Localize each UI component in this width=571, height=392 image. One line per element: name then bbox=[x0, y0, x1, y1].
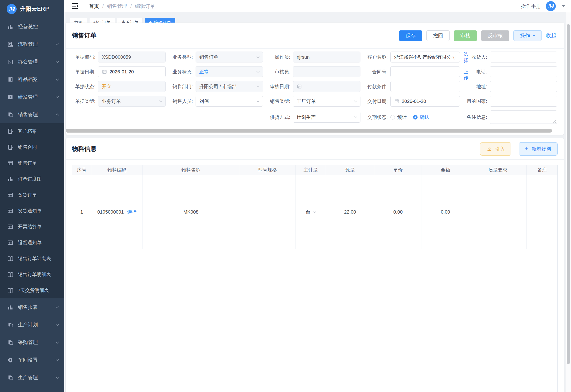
more-actions-label: 操作 bbox=[520, 32, 530, 39]
gear-icon bbox=[7, 357, 14, 363]
field-label: 电话: bbox=[463, 69, 490, 75]
address-field[interactable] bbox=[490, 81, 557, 92]
field-value: 开立 bbox=[102, 84, 111, 90]
save-button[interactable]: 保存 bbox=[399, 30, 422, 41]
sales-dept-select: 升阳公司 / 市场部 bbox=[195, 81, 263, 92]
sidebar-collapse-icon[interactable] bbox=[71, 3, 78, 9]
cell-spec bbox=[239, 175, 295, 249]
col-remark: 备注 bbox=[526, 165, 557, 175]
sidebar-item-processing-workshop[interactable]: 加工车间 bbox=[0, 386, 64, 392]
field-label: 单据类型: bbox=[71, 98, 98, 105]
chevron-down-icon bbox=[56, 95, 59, 98]
calendar-icon bbox=[297, 84, 302, 89]
withdraw-button[interactable]: 撤回 bbox=[426, 30, 450, 41]
sidebar-item-label: 7天交货明细表 bbox=[18, 287, 49, 294]
avatar[interactable]: M bbox=[546, 1, 556, 11]
sidebar-item-return-notice[interactable]: 退货通知单 bbox=[0, 235, 64, 251]
auditor-field bbox=[293, 66, 361, 77]
customer-field[interactable]: 浙江裕兴不动产经纪有限公司 bbox=[391, 52, 460, 62]
sidebar-item-sales-order[interactable]: 销售订单 bbox=[0, 155, 64, 171]
collapse-link[interactable]: 收起 bbox=[546, 32, 556, 39]
supply-mode-select[interactable]: 计划生产 bbox=[293, 112, 361, 123]
receiver-field[interactable] bbox=[490, 52, 557, 62]
doc-date-field[interactable]: 2026-01-20 bbox=[98, 66, 165, 77]
material-select-link[interactable]: 选择 bbox=[127, 209, 136, 215]
sidebar-item-workshop-settings[interactable]: 车间设置 bbox=[0, 351, 64, 369]
sidebar-item-office[interactable]: 办公管理 bbox=[0, 53, 64, 70]
open-book-icon bbox=[7, 271, 14, 278]
sidebar-item-stock-order[interactable]: 备货订单 bbox=[0, 187, 64, 203]
sidebar-item-sales-contract[interactable]: 销售合同 bbox=[0, 139, 64, 155]
sidebar-item-materials[interactable]: 料品档案 bbox=[0, 70, 64, 88]
plus-icon: + bbox=[525, 145, 528, 152]
sidebar-item-rnd[interactable]: 研发管理 bbox=[0, 88, 64, 106]
sales-type-select[interactable]: 工厂订单 bbox=[293, 96, 361, 107]
sidebar-item-label: 退货通知单 bbox=[18, 239, 42, 246]
payment-terms-field[interactable] bbox=[391, 81, 460, 92]
table-icon bbox=[7, 239, 14, 246]
breadcrumb-section[interactable]: 销售管理 bbox=[107, 3, 127, 10]
download-icon bbox=[486, 146, 492, 152]
delivery-date-field[interactable]: 2026-01-20 bbox=[391, 96, 460, 107]
open-book-icon bbox=[7, 287, 14, 294]
field-label: 单据日期: bbox=[71, 69, 98, 75]
pages-icon bbox=[7, 374, 14, 381]
horizontal-scrollbar-thumb[interactable] bbox=[66, 129, 552, 133]
audit-button[interactable]: 审核 bbox=[454, 30, 477, 41]
remark-textarea[interactable] bbox=[490, 111, 557, 124]
user-menu-caret-icon[interactable] bbox=[561, 5, 565, 7]
material-panel: 物料信息 引入 +新增物料 序号 物料编码 bbox=[66, 138, 564, 392]
chevron-down-icon bbox=[354, 115, 357, 118]
col-qty: 数量 bbox=[326, 165, 374, 175]
cell-unit[interactable]: 台 bbox=[296, 175, 326, 249]
cell-price: 0.00 bbox=[374, 175, 422, 249]
field-value: njrsun bbox=[297, 55, 310, 60]
book-icon bbox=[7, 76, 14, 83]
phone-field[interactable] bbox=[490, 66, 557, 77]
field-label: 销售部门: bbox=[169, 84, 195, 90]
unit-value: 台 bbox=[306, 209, 311, 215]
manual-link[interactable]: 操作手册 bbox=[521, 3, 541, 10]
delivery-status-radio-estimate[interactable]: 预计 bbox=[391, 114, 407, 120]
sidebar-item-dashboard[interactable]: 经营总控 bbox=[0, 18, 64, 35]
field-value: 工厂订单 bbox=[297, 98, 316, 105]
sidebar-item-shipping-notice[interactable]: 发货通知单 bbox=[0, 203, 64, 219]
field-label: 合同号: bbox=[364, 69, 391, 75]
more-actions-button[interactable]: 操作 bbox=[513, 30, 542, 41]
sidebar-item-label: 料品档案 bbox=[18, 76, 38, 83]
vertical-scrollbar-thumb[interactable] bbox=[567, 24, 570, 364]
sidebar-item-purchasing[interactable]: 采购管理 bbox=[0, 334, 64, 351]
sidebar-item-customer-files[interactable]: 客户档案 bbox=[0, 123, 64, 139]
sidebar-item-label: 采购管理 bbox=[18, 339, 38, 346]
sales-person-select[interactable]: 刘伟 bbox=[195, 96, 263, 107]
sidebar-item-seven-day-delivery[interactable]: 7天交货明细表 bbox=[0, 282, 64, 298]
unaudit-button[interactable]: 反审核 bbox=[481, 30, 509, 41]
sidebar-item-sales-order-plan[interactable]: 销售订单计划表 bbox=[0, 251, 64, 266]
breadcrumb-home[interactable]: 首页 bbox=[89, 3, 99, 10]
cell-code: 0105000001选择 bbox=[91, 175, 143, 249]
chevron-down-icon bbox=[56, 375, 59, 379]
contract-no-field[interactable] bbox=[391, 66, 460, 77]
top-header: 首页 / 销售管理 / 编辑订单 操作手册 M bbox=[64, 0, 571, 12]
sidebar-item-process[interactable]: 流程管理 bbox=[0, 35, 64, 53]
sidebar-item-sales[interactable]: 销售管理 bbox=[0, 106, 64, 123]
import-button[interactable]: 引入 bbox=[480, 142, 511, 156]
resize-grip-icon[interactable] bbox=[553, 120, 556, 123]
sidebar-item-label: 发货通知单 bbox=[18, 208, 42, 214]
dest-country-field[interactable] bbox=[490, 96, 557, 107]
app-name: 升阳云ERP bbox=[20, 5, 49, 13]
sidebar-item-order-progress[interactable]: 订单进度图 bbox=[0, 171, 64, 187]
add-material-button[interactable]: +新增物料 bbox=[519, 142, 558, 156]
dev-icon bbox=[7, 94, 14, 100]
sidebar-item-production[interactable]: 生产管理 bbox=[0, 369, 64, 386]
field-label: 销售类型: bbox=[266, 98, 293, 105]
delivery-status-radio-confirm[interactable]: 确认 bbox=[413, 114, 429, 120]
sidebar-item-sales-order-detail[interactable]: 销售订单明细表 bbox=[0, 266, 64, 282]
chevron-down-icon bbox=[256, 55, 260, 58]
table-icon bbox=[7, 192, 14, 198]
sidebar-item-sales-report[interactable]: 销售报表 bbox=[0, 298, 64, 316]
sidebar-item-production-plan[interactable]: 生产计划 bbox=[0, 316, 64, 334]
sidebar-item-invoice-settlement[interactable]: 开票结算单 bbox=[0, 219, 64, 235]
add-material-label: 新增物料 bbox=[531, 146, 552, 152]
col-name: 物料名称 bbox=[143, 165, 239, 175]
